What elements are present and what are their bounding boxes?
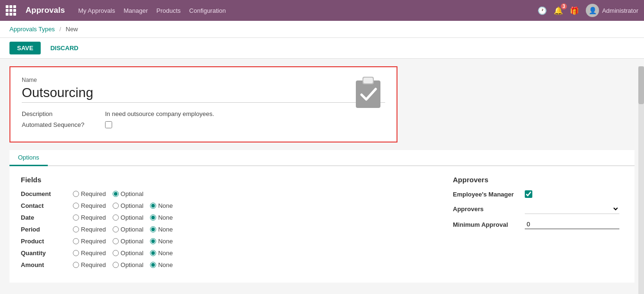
- date-optional-label[interactable]: Optional: [113, 214, 143, 221]
- description-value[interactable]: In need outsource company employees.: [105, 110, 214, 117]
- contact-none-label[interactable]: None: [150, 202, 173, 209]
- user-avatar[interactable]: 👤 Administrator: [586, 4, 638, 17]
- contact-required-radio[interactable]: [73, 203, 79, 209]
- nav-products[interactable]: Products: [157, 7, 181, 14]
- scroll-thumb[interactable]: [638, 66, 644, 104]
- date-optional-radio[interactable]: [113, 214, 119, 221]
- clipboard-icon: [351, 75, 385, 109]
- field-row-amount: Amount Required Optional None: [21, 261, 424, 268]
- contact-optional-radio[interactable]: [113, 203, 119, 209]
- contact-none-radio[interactable]: [150, 203, 156, 209]
- field-row-date: Date Required Optional None: [21, 214, 424, 221]
- svg-rect-2: [363, 78, 373, 83]
- fields-col: Fields Document Required Optional Contac…: [21, 176, 424, 273]
- field-period-options: Required Optional None: [73, 226, 173, 233]
- quantity-none-label[interactable]: None: [150, 249, 173, 257]
- quantity-none-radio[interactable]: [150, 250, 156, 256]
- avatar-circle: 👤: [586, 4, 599, 17]
- breadcrumb-parent[interactable]: Approvals Types: [9, 26, 55, 33]
- clock-icon[interactable]: 🕐: [538, 6, 547, 15]
- breadcrumb: Approvals Types / New: [0, 21, 644, 38]
- notification-icon[interactable]: 🔔 3: [554, 6, 563, 15]
- period-none-label[interactable]: None: [150, 226, 173, 233]
- employees-manager-label: Employee's Manager: [453, 191, 519, 198]
- amount-optional-label[interactable]: Optional: [113, 261, 143, 268]
- contact-required-label[interactable]: Required: [73, 202, 106, 209]
- nav-manager[interactable]: Manager: [124, 7, 148, 14]
- period-optional-label[interactable]: Optional: [113, 226, 143, 233]
- field-quantity-label: Quantity: [21, 249, 68, 257]
- document-required-label[interactable]: Required: [73, 190, 106, 197]
- quantity-optional-radio[interactable]: [113, 250, 119, 256]
- amount-optional-radio[interactable]: [113, 262, 119, 268]
- document-optional-radio[interactable]: [113, 191, 119, 197]
- employees-manager-row: Employee's Manager: [453, 190, 623, 198]
- date-none-label[interactable]: None: [150, 214, 173, 221]
- automated-sequence-row: Automated Sequence?: [22, 121, 385, 128]
- date-none-radio[interactable]: [150, 214, 156, 221]
- amount-required-radio[interactable]: [73, 262, 79, 268]
- quantity-required-label[interactable]: Required: [73, 249, 106, 257]
- contact-optional-label[interactable]: Optional: [113, 202, 143, 209]
- field-amount-options: Required Optional None: [73, 261, 173, 268]
- amount-none-label[interactable]: None: [150, 261, 173, 268]
- gift-icon[interactable]: 🎁: [570, 6, 579, 15]
- amount-none-radio[interactable]: [150, 262, 156, 268]
- field-row-product: Product Required Optional None: [21, 238, 424, 245]
- description-label: Description: [22, 110, 97, 117]
- options-section: Fields Document Required Optional Contac…: [9, 166, 635, 283]
- period-required-radio[interactable]: [73, 226, 79, 232]
- field-row-period: Period Required Optional None: [21, 226, 424, 233]
- date-required-radio[interactable]: [73, 214, 79, 221]
- automated-sequence-label: Automated Sequence?: [22, 121, 97, 128]
- discard-button[interactable]: DISCARD: [45, 42, 83, 54]
- field-amount-label: Amount: [21, 261, 68, 268]
- amount-required-label[interactable]: Required: [73, 261, 106, 268]
- field-date-options: Required Optional None: [73, 214, 173, 221]
- min-approval-input[interactable]: [525, 220, 619, 229]
- description-row: Description In need outsource company em…: [22, 110, 385, 117]
- approvers-select[interactable]: [525, 204, 619, 214]
- svg-rect-0: [356, 80, 380, 108]
- apps-menu-icon[interactable]: [6, 5, 16, 16]
- product-none-radio[interactable]: [150, 238, 156, 244]
- product-optional-radio[interactable]: [113, 238, 119, 244]
- notif-count: 3: [561, 3, 567, 9]
- nav-configuration[interactable]: Configuration: [189, 7, 226, 14]
- automated-sequence-checkbox[interactable]: [105, 121, 112, 128]
- nav-my-approvals[interactable]: My Approvals: [78, 7, 115, 14]
- field-quantity-options: Required Optional None: [73, 249, 173, 257]
- quantity-optional-label[interactable]: Optional: [113, 249, 143, 257]
- field-row-document: Document Required Optional: [21, 190, 424, 197]
- document-required-radio[interactable]: [73, 191, 79, 197]
- field-period-label: Period: [21, 226, 68, 233]
- field-contact-label: Contact: [21, 202, 68, 209]
- min-approval-label: Minimum Approval: [453, 221, 519, 228]
- scrollbar[interactable]: [638, 66, 644, 294]
- main-content: Name Description In need outsource compa…: [0, 66, 644, 294]
- document-optional-label[interactable]: Optional: [113, 190, 143, 197]
- brand-name[interactable]: Approvals: [26, 6, 65, 15]
- quantity-required-radio[interactable]: [73, 250, 79, 256]
- user-name: Administrator: [602, 7, 638, 14]
- tab-options[interactable]: Options: [9, 150, 48, 166]
- period-none-radio[interactable]: [150, 226, 156, 232]
- product-optional-label[interactable]: Optional: [113, 238, 143, 245]
- field-document-label: Document: [21, 190, 68, 197]
- save-button[interactable]: SAVE: [9, 42, 41, 54]
- product-none-label[interactable]: None: [150, 238, 173, 245]
- approvers-title: Approvers: [453, 176, 623, 184]
- period-required-label[interactable]: Required: [73, 226, 106, 233]
- period-optional-radio[interactable]: [113, 226, 119, 232]
- product-required-label[interactable]: Required: [73, 238, 106, 245]
- name-input[interactable]: [22, 85, 385, 103]
- product-required-radio[interactable]: [73, 238, 79, 244]
- action-bar: SAVE DISCARD: [0, 38, 644, 59]
- employees-manager-checkbox[interactable]: [525, 190, 532, 198]
- topnav-right: 🕐 🔔 3 🎁 👤 Administrator: [538, 4, 638, 17]
- field-contact-options: Required Optional None: [73, 202, 173, 209]
- date-required-label[interactable]: Required: [73, 214, 106, 221]
- field-date-label: Date: [21, 214, 68, 221]
- approvers-row: Approvers: [453, 204, 623, 214]
- topnav-links: My Approvals Manager Products Configurat…: [78, 7, 528, 14]
